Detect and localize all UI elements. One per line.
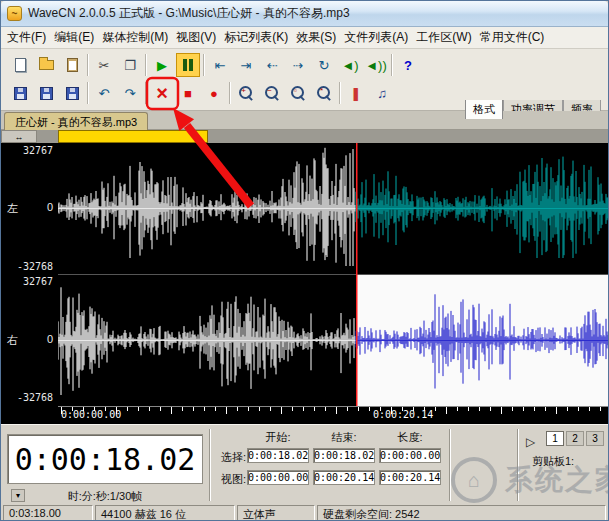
menu-media-control[interactable]: 媒体控制(M)	[98, 27, 172, 49]
menu-edit[interactable]: 编辑(E)	[50, 27, 98, 49]
divider	[209, 429, 211, 501]
menu-view[interactable]: 视图(V)	[172, 27, 220, 49]
view-start-field[interactable]: 0:00:00.00	[247, 470, 309, 485]
ruler-ch1-label: 左 0	[7, 201, 53, 216]
prev-marker-icon: ⇠	[267, 59, 278, 72]
channel-left-zero: 0	[47, 201, 53, 216]
menu-file[interactable]: 文件(F)	[3, 27, 50, 49]
selection-row-label: 选择:	[221, 450, 246, 465]
clipboard-tab-1[interactable]: 1	[546, 431, 564, 446]
tone-button[interactable]: ♫	[370, 81, 394, 105]
ruler-ch1-min: -32768	[3, 261, 53, 272]
stop-button[interactable]: ■	[176, 81, 200, 105]
loop-icon: ↻	[319, 59, 330, 72]
zoom-sign: ▫	[292, 86, 299, 95]
next-marker-icon: ⇢	[293, 59, 304, 72]
menu-common-files[interactable]: 常用文件(C)	[476, 27, 549, 49]
record-button[interactable]: ●	[202, 81, 226, 105]
toolbar-row-1: ✂❐▶⇤⇥⇠⇢↻◄)◄))?	[7, 52, 421, 78]
divider	[449, 429, 451, 501]
level-meter-button[interactable]: ❚	[344, 81, 368, 105]
zoom-sign: −	[266, 86, 273, 95]
menu-effects[interactable]: 效果(S)	[292, 27, 340, 49]
ruler-ch2-min: -32768	[3, 392, 53, 403]
ruler-ch2-label: 右 0	[7, 333, 53, 348]
view-row-label: 视图:	[221, 472, 246, 487]
speaker-loud-icon: ◄))	[365, 59, 387, 72]
selection-start-field[interactable]: 0:00:18.02	[247, 448, 309, 463]
save-copy-button[interactable]	[60, 81, 84, 105]
menu-workspace[interactable]: 工作区(W)	[412, 27, 475, 49]
length-column-header: 长度:	[379, 430, 441, 445]
clipboard-play-icon[interactable]: ▷	[526, 435, 535, 449]
go-end-icon: ⇥	[241, 59, 252, 72]
horizontal-scrollbar[interactable]: ↔	[1, 130, 608, 143]
channel-right-name: 右	[7, 333, 18, 348]
menu-marker-list[interactable]: 标记列表(K)	[220, 27, 292, 49]
save-as-button[interactable]	[34, 81, 58, 105]
app-icon: ~	[7, 6, 22, 21]
clipboard-tab-2[interactable]: 2	[566, 431, 584, 446]
open-file-button[interactable]	[34, 53, 58, 77]
status-total-time: 0:03:18.00	[3, 505, 93, 521]
toolbar: ✂❐▶⇤⇥⇠⇢↻◄)◄))? ↶↷×■●+−▫*❚♫ 格式 功率调节 频率 ♫	[1, 49, 608, 111]
window-title: WaveCN 2.0.0.5 正式版 - G:\Music\庄心妍 - 真的不容…	[28, 5, 350, 22]
undo-button[interactable]: ↶	[92, 81, 116, 105]
file-tab-strip: 庄心妍 - 真的不容易.mp3	[1, 111, 608, 130]
monitor-button[interactable]: ◄)	[338, 53, 362, 77]
paste-new-button[interactable]	[60, 53, 84, 77]
toolbar-separator	[229, 82, 231, 104]
view-length-field[interactable]: 0:00:20.14	[379, 470, 441, 485]
zoom-selection-icon: ▫	[291, 86, 305, 100]
selection-end-field[interactable]: 0:00:18.02	[313, 448, 375, 463]
clipboard-label: 剪贴板1:	[532, 454, 574, 469]
go-start-icon: ⇤	[215, 59, 226, 72]
ruler-ch2-max: 32767	[3, 276, 53, 287]
play-button[interactable]: ▶	[150, 53, 174, 77]
zoom-full-icon: *	[317, 86, 331, 100]
toolbar-row-2: ↶↷×■●+−▫*❚♫	[7, 80, 395, 106]
redo-button[interactable]: ↷	[118, 81, 142, 105]
zoom-out-button[interactable]: −	[260, 81, 284, 105]
help-button[interactable]: ?	[396, 53, 420, 77]
zoom-in-button[interactable]: +	[234, 81, 258, 105]
hscroll-handle-button[interactable]: ↔	[1, 130, 37, 143]
go-end-button[interactable]: ⇥	[234, 53, 258, 77]
channel-right-zero: 0	[47, 333, 53, 348]
copy-button[interactable]: ❐	[118, 53, 142, 77]
scissors-icon: ✂	[99, 59, 110, 72]
go-start-button[interactable]: ⇤	[208, 53, 232, 77]
zoom-selection-button[interactable]: ▫	[286, 81, 310, 105]
view-end-field[interactable]: 0:00:20.14	[313, 470, 375, 485]
tab-format[interactable]: 格式	[465, 100, 503, 119]
redo-icon: ↷	[125, 87, 136, 100]
menu-file-list[interactable]: 文件列表(A)	[340, 27, 412, 49]
next-marker-button[interactable]: ⇢	[286, 53, 310, 77]
time-format-label: 时:分:秒:1/30帧	[7, 489, 203, 504]
volume-button[interactable]: ◄))	[364, 53, 388, 77]
save-button[interactable]	[8, 81, 32, 105]
zoom-sign: +	[240, 86, 247, 95]
file-tab-current[interactable]: 庄心妍 - 真的不容易.mp3	[4, 112, 148, 130]
undo-icon: ↶	[99, 87, 110, 100]
pause-button[interactable]	[176, 53, 200, 77]
pause-icon	[183, 59, 193, 71]
loop-play-button[interactable]: ↻	[312, 53, 336, 77]
floppy-icon	[40, 87, 53, 100]
waveform-display[interactable]	[58, 143, 609, 424]
clipboard-icon	[67, 58, 78, 72]
new-file-button[interactable]	[8, 53, 32, 77]
selection-length-field[interactable]: 0:00:00.00	[379, 448, 441, 463]
clipboard-tab-3[interactable]: 3	[586, 431, 604, 446]
copy-icon: ❐	[124, 59, 136, 72]
cut-button[interactable]: ✂	[92, 53, 116, 77]
end-column-header: 结束:	[313, 430, 375, 445]
prev-marker-button[interactable]: ⇠	[260, 53, 284, 77]
delete-x-icon: ×	[156, 84, 168, 102]
title-bar[interactable]: ~ WaveCN 2.0.0.5 正式版 - G:\Music\庄心妍 - 真的…	[1, 1, 608, 27]
zoom-full-button[interactable]: *	[312, 81, 336, 105]
hscroll-thumb[interactable]	[58, 130, 208, 143]
delete-button[interactable]: ×	[150, 81, 174, 105]
floppy-icon	[14, 87, 27, 100]
toolbar-separator	[87, 54, 89, 76]
